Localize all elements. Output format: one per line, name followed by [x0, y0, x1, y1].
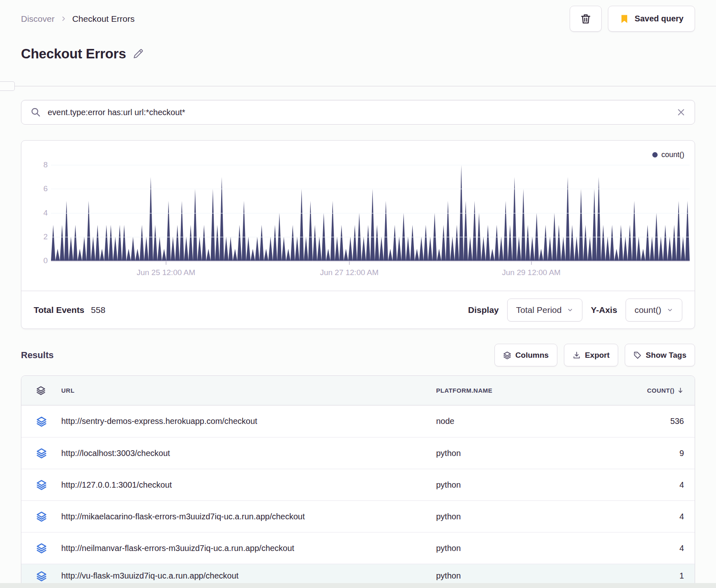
legend-dot-icon: [652, 152, 658, 157]
results-table: URL PLATFORM.NAME COUNT() http://sentry-…: [21, 375, 695, 588]
download-icon: [573, 351, 581, 359]
chevron-down-icon: [567, 307, 573, 313]
platform-cell: python: [436, 571, 609, 581]
total-events-label: Total Events: [34, 305, 84, 315]
chart-footer: Total Events 558 Display Total Period Y-…: [21, 291, 695, 329]
breadcrumb: Discover Checkout Errors: [21, 14, 134, 24]
gridline: [51, 189, 690, 189]
url-cell: http://127.0.0.1:3001/checkout: [61, 480, 436, 490]
chart-y-axis: 02468: [21, 165, 48, 261]
count-cell: 9: [609, 449, 695, 458]
show-tags-button[interactable]: Show Tags: [625, 344, 695, 366]
header-divider: [0, 86, 716, 86]
chart-plot: Jun 25 12:00 AMJun 27 12:00 AMJun 29 12:…: [51, 165, 690, 261]
search-bar: [21, 100, 695, 125]
count-cell: 4: [609, 544, 695, 553]
stack-icon: [21, 511, 61, 522]
columns-button[interactable]: Columns: [494, 344, 557, 366]
trash-icon: [580, 13, 591, 25]
clear-search-icon[interactable]: [677, 108, 686, 117]
platform-cell: node: [436, 417, 609, 426]
y-tick-label: 8: [43, 160, 48, 169]
column-header-url[interactable]: URL: [61, 387, 436, 394]
stack-icon: [21, 416, 61, 427]
platform-cell: python: [436, 512, 609, 521]
platform-cell: python: [436, 449, 609, 458]
display-label: Display: [468, 305, 499, 315]
count-cell: 1: [609, 571, 695, 581]
table-row[interactable]: http://neilmanvar-flask-errors-m3uuizd7i…: [21, 532, 695, 564]
bookmark-icon: [619, 14, 629, 24]
y-tick-label: 0: [43, 256, 48, 265]
show-tags-label: Show Tags: [646, 351, 686, 360]
y-tick-label: 6: [43, 184, 48, 193]
yaxis-label: Y-Axis: [591, 305, 617, 315]
count-cell: 536: [609, 417, 695, 426]
export-label: Export: [585, 351, 610, 360]
breadcrumb-discover-link[interactable]: Discover: [21, 14, 55, 24]
yaxis-value: count(): [635, 305, 661, 315]
chart-controls: Display Total Period Y-Axis count(): [468, 299, 682, 322]
table-row[interactable]: http://127.0.0.1:3001/checkout python 4: [21, 469, 695, 500]
tag-icon: [633, 351, 642, 359]
saved-query-button[interactable]: Saved query: [608, 6, 695, 32]
results-heading: Results: [21, 350, 53, 361]
url-cell: http://localhost:3003/checkout: [61, 449, 436, 458]
results-buttons: Columns Export Show Tags: [494, 344, 695, 366]
stack-icon: [503, 351, 511, 359]
url-cell: http://sentry-demos-express.herokuapp.co…: [61, 417, 436, 426]
x-tick: [166, 261, 166, 265]
delete-query-button[interactable]: [570, 6, 602, 32]
gridline: [51, 165, 690, 165]
chevron-down-icon: [667, 307, 673, 313]
total-events: Total Events 558: [34, 305, 105, 315]
yaxis-dropdown[interactable]: count(): [626, 299, 682, 322]
count-header-label: COUNT(): [647, 387, 674, 394]
url-cell: http://mikaelacarino-flask-errors-m3uuiz…: [61, 512, 436, 521]
chevron-right-icon: [60, 16, 67, 22]
stack-icon: [21, 571, 61, 581]
y-tick-label: 2: [43, 232, 48, 241]
search-icon: [30, 107, 41, 118]
url-cell: http://vu-flask-m3uuizd7iq-uc.a.run.app/…: [61, 571, 436, 581]
legend-count[interactable]: count(): [652, 150, 684, 159]
table-row[interactable]: http://mikaelacarino-flask-errors-m3uuiz…: [21, 500, 695, 532]
legend-label: count(): [661, 150, 684, 159]
search-input[interactable]: [48, 108, 670, 117]
table-header: URL PLATFORM.NAME COUNT(): [21, 376, 695, 405]
discover-page: Discover Checkout Errors Saved query: [0, 0, 716, 588]
top-bar: Discover Checkout Errors Saved query: [21, 0, 695, 32]
x-tick-label: Jun 25 12:00 AM: [136, 268, 195, 277]
export-button[interactable]: Export: [564, 344, 618, 366]
url-cell: http://neilmanvar-flask-errors-m3uuizd7i…: [61, 544, 436, 553]
y-tick-label: 4: [43, 208, 48, 218]
table-body: http://sentry-demos-express.herokuapp.co…: [21, 405, 695, 588]
breadcrumb-current: Checkout Errors: [72, 14, 135, 24]
platform-cell: python: [436, 480, 609, 490]
page-bottom-strip: [0, 583, 716, 588]
results-header: Results Columns Export Show Tags: [21, 344, 695, 366]
x-tick-label: Jun 29 12:00 AM: [502, 268, 561, 277]
x-tick-label: Jun 27 12:00 AM: [320, 268, 379, 277]
chart-panel: count() 02468 Jun 25 12:00 AMJun 27 12:0…: [21, 140, 695, 329]
display-value: Total Period: [516, 305, 562, 315]
header-actions: Saved query: [570, 6, 695, 32]
chart-area: count() 02468 Jun 25 12:00 AMJun 27 12:0…: [21, 141, 695, 291]
stack-icon: [21, 386, 61, 395]
column-header-platform[interactable]: PLATFORM.NAME: [436, 387, 609, 394]
platform-cell: python: [436, 544, 609, 553]
stack-icon: [21, 543, 61, 553]
title-row: Checkout Errors: [21, 44, 695, 63]
gridline: [51, 213, 690, 213]
saved-query-label: Saved query: [635, 14, 684, 23]
stack-icon: [21, 448, 61, 458]
count-cell: 4: [609, 512, 695, 521]
table-row[interactable]: http://sentry-demos-express.herokuapp.co…: [21, 405, 695, 437]
column-header-count[interactable]: COUNT(): [609, 387, 695, 394]
table-row[interactable]: http://localhost:3003/checkout python 9: [21, 437, 695, 469]
sidebar-collapse-handle[interactable]: [0, 81, 15, 91]
x-tick: [349, 261, 350, 265]
display-dropdown[interactable]: Total Period: [507, 299, 583, 322]
total-events-value: 558: [91, 305, 105, 315]
edit-title-icon[interactable]: [133, 48, 144, 59]
